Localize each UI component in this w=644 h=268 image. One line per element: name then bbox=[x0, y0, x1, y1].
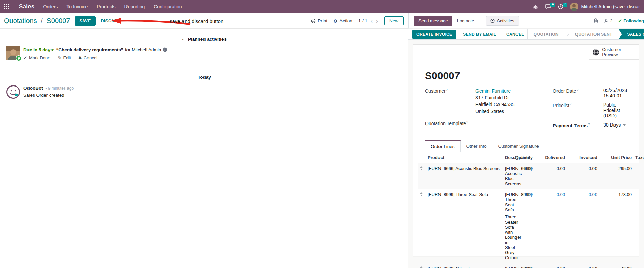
mark-done-button[interactable]: ✔ Mark Done bbox=[23, 55, 50, 60]
customer-field[interactable]: Gemini Furniture 317 Fairchild Dr Fairfi… bbox=[475, 88, 514, 115]
drag-handle-icon[interactable] bbox=[419, 166, 423, 170]
payment-terms-input[interactable]: 30 Days bbox=[603, 122, 627, 129]
address-line-3: United States bbox=[475, 108, 514, 115]
activities-button[interactable]: Activities bbox=[486, 16, 519, 26]
col-delivered[interactable]: Delivered bbox=[534, 152, 567, 163]
annotation-text: save and discard button bbox=[170, 18, 223, 24]
followers-button[interactable]: 2 bbox=[604, 18, 612, 23]
statusbar: QUOTATION QUOTATION SENT SALES ORDER bbox=[527, 29, 644, 39]
top-navbar: Sales Orders To Invoice Products Reporti… bbox=[0, 0, 644, 13]
order-lines-table: Product Description Quantity Delivered I… bbox=[418, 152, 644, 268]
drag-handle-icon[interactable] bbox=[419, 192, 423, 196]
print-button[interactable]: Print bbox=[311, 18, 327, 23]
pager-value: 1 / 1 bbox=[358, 18, 367, 23]
chatter-topbar: Send message Log note Activities 2 ✔ Fol… bbox=[408, 13, 644, 29]
globe-icon bbox=[592, 49, 599, 56]
discard-button[interactable]: DISCARD bbox=[101, 19, 120, 23]
message-author[interactable]: OdooBot bbox=[23, 85, 43, 91]
breadcrumb-current: S00007 bbox=[46, 17, 70, 24]
user-avatar bbox=[570, 3, 578, 11]
planned-activities-title[interactable]: Planned activities bbox=[188, 37, 227, 42]
edit-activity-button[interactable]: ✎ Edit bbox=[58, 55, 71, 60]
pager-next-icon[interactable]: › bbox=[376, 18, 378, 24]
messages-icon[interactable]: 4 bbox=[545, 4, 551, 9]
menu-to-invoice[interactable]: To Invoice bbox=[66, 4, 88, 9]
activities-clock-icon[interactable]: 2 bbox=[558, 4, 563, 9]
chatter-message: OdooBot - 9 minutes ago Sales Order crea… bbox=[0, 80, 408, 99]
tab-order-lines[interactable]: Order Lines bbox=[425, 140, 461, 152]
attachments-button[interactable] bbox=[593, 18, 599, 24]
col-taxes[interactable]: Taxes bbox=[633, 152, 644, 163]
apps-grid-icon[interactable] bbox=[4, 4, 9, 9]
check-icon: ✔ bbox=[618, 18, 622, 23]
order-date-field[interactable]: 05/25/2023 15:40:01 bbox=[603, 88, 627, 98]
activity-summary: “Check delivery requirements” bbox=[56, 47, 123, 52]
stage-quotation-sent[interactable]: QUOTATION SENT bbox=[569, 29, 619, 39]
user-menu[interactable]: Mitchell Admin (save_discar bbox=[570, 3, 640, 11]
x-icon: ✖ bbox=[78, 55, 82, 60]
activity-item: Due in 5 days: “Check delivery requireme… bbox=[0, 42, 408, 60]
stage-separator-icon bbox=[565, 32, 569, 36]
quotation-template-label: Quotation Template? bbox=[425, 120, 475, 126]
today-label: Today bbox=[198, 75, 211, 80]
printer-icon bbox=[311, 19, 316, 23]
tab-customer-signature[interactable]: Customer Signature bbox=[492, 141, 545, 152]
app-name[interactable]: Sales bbox=[19, 3, 34, 10]
customer-preview-button[interactable]: Customer Preview bbox=[589, 45, 639, 60]
drag-handle-icon[interactable] bbox=[419, 266, 423, 268]
dropdown-caret-icon[interactable] bbox=[623, 124, 626, 126]
help-icon: ? bbox=[570, 102, 571, 106]
pager: 1 / 1 ‹ › bbox=[358, 18, 378, 24]
activities-count-badge: 2 bbox=[563, 3, 567, 7]
tab-other-info[interactable]: Other Info bbox=[461, 141, 492, 152]
customer-link[interactable]: Gemini Furniture bbox=[475, 88, 514, 94]
send-message-button[interactable]: Send message bbox=[414, 16, 452, 26]
breadcrumb-quotations[interactable]: Quotations bbox=[4, 17, 37, 24]
order-date-label: Order Date? bbox=[553, 88, 603, 94]
form-statusbar-row: CREATE INVOICE SEND BY EMAIL CANCEL QUOT… bbox=[408, 29, 644, 40]
activity-due: Due in 5 days: bbox=[23, 47, 55, 52]
pricelist-field[interactable]: Public Pricelist (USD) bbox=[603, 102, 627, 118]
new-button[interactable]: New bbox=[384, 16, 404, 25]
stage-sales-order[interactable]: SALES ORDER bbox=[619, 29, 644, 39]
text-cursor bbox=[621, 122, 621, 127]
table-row[interactable]: [FURN_8999] Three-Seat Sofa [FURN_8999] … bbox=[418, 189, 644, 263]
activity-for-user: for Mitchell Admin bbox=[125, 47, 161, 52]
info-icon[interactable] bbox=[163, 47, 167, 52]
pager-previous-icon[interactable]: ‹ bbox=[371, 18, 373, 24]
action-button[interactable]: ⚙ Action bbox=[333, 18, 352, 24]
save-button[interactable]: SAVE bbox=[75, 16, 95, 26]
col-product[interactable]: Product bbox=[426, 152, 503, 163]
menu-configuration[interactable]: Configuration bbox=[154, 4, 182, 9]
cancel-activity-button[interactable]: ✖ Cancel bbox=[78, 55, 97, 60]
planned-activities-header: ▾ Planned activities bbox=[0, 37, 408, 42]
stage-quotation[interactable]: QUOTATION bbox=[528, 29, 565, 39]
send-by-email-button[interactable]: SEND BY EMAIL bbox=[460, 30, 500, 39]
col-unit-price[interactable]: Unit Price bbox=[599, 152, 633, 163]
menu-reporting[interactable]: Reporting bbox=[124, 4, 145, 9]
today-separator: Today bbox=[0, 75, 408, 80]
customer-label: Customer? bbox=[425, 88, 475, 94]
collapse-caret-icon[interactable]: ▾ bbox=[182, 37, 184, 41]
followers-count: 2 bbox=[610, 18, 612, 23]
pencil-icon: ✎ bbox=[58, 55, 61, 60]
menu-orders[interactable]: Orders bbox=[43, 4, 58, 9]
notebook-tabs: Order Lines Other Info Customer Signatur… bbox=[413, 140, 639, 152]
cancel-button[interactable]: CANCEL bbox=[503, 30, 527, 39]
table-row[interactable]: [FURN_6666] Acoustic Bloc Screens [FURN_… bbox=[418, 163, 644, 189]
table-row[interactable]: [FURN_8888] Office Lamp [FURN_8888] Offi… bbox=[418, 263, 644, 268]
odoobot-avatar bbox=[6, 85, 20, 99]
menu-products[interactable]: Products bbox=[97, 4, 115, 9]
create-invoice-button[interactable]: CREATE INVOICE bbox=[412, 30, 456, 39]
message-timestamp: - 9 minutes ago bbox=[46, 86, 74, 91]
clock-icon bbox=[490, 19, 495, 23]
debug-bug-icon[interactable] bbox=[533, 4, 538, 9]
odoo-screen: Sales Orders To Invoice Products Reporti… bbox=[0, 0, 644, 268]
breadcrumb: Quotations / S00007 bbox=[4, 17, 70, 25]
log-note-button[interactable]: Log note bbox=[452, 16, 479, 26]
following-button[interactable]: ✔ Following bbox=[618, 18, 644, 23]
form-sheet: Customer Preview S00007 Customer? Gemini… bbox=[413, 44, 639, 256]
col-invoiced[interactable]: Invoiced bbox=[567, 152, 599, 163]
help-icon: ? bbox=[588, 122, 590, 126]
person-icon bbox=[604, 19, 609, 23]
